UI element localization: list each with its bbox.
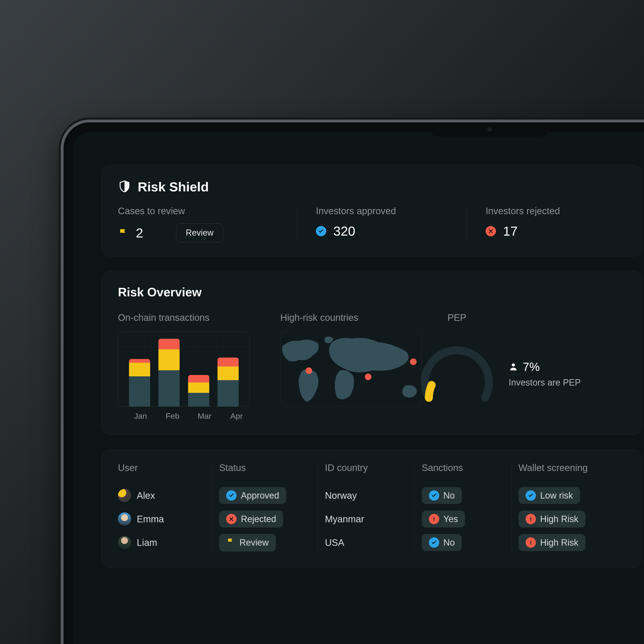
sanctions-cell: No	[422, 531, 511, 554]
check-circle-icon	[316, 226, 326, 236]
avatar	[118, 489, 131, 502]
sanctions-cell: Yes	[422, 507, 511, 531]
bar-apr	[217, 358, 239, 407]
status-cell: Review	[219, 531, 318, 554]
sanctions-text: No	[443, 538, 455, 548]
rejected-label: Investors rejected	[486, 206, 560, 216]
laptop-notch	[431, 122, 548, 137]
rejected-count: 17	[503, 223, 518, 239]
svg-point-0	[512, 363, 515, 366]
wallet-cell: High Risk	[519, 507, 626, 531]
bar-jan	[129, 359, 150, 407]
flag-icon	[118, 227, 129, 238]
avatar	[118, 512, 131, 526]
approved-label: Investors approved	[316, 206, 448, 216]
bar-label: Jan	[130, 411, 151, 421]
bar-feb	[158, 339, 180, 407]
warning-circle-icon	[526, 537, 536, 548]
user-cell[interactable]: Liam	[118, 531, 212, 554]
risk-shield-title: Risk Shield	[138, 179, 209, 194]
onchain-transactions-panel: On-chain transactions JanFebMarApr	[118, 312, 259, 421]
laptop-screen: Risk Shield Cases to review 2 Review	[73, 132, 644, 644]
wallet-badge[interactable]: High Risk	[519, 534, 586, 551]
risk-overview-title: Risk Overview	[118, 285, 626, 299]
svg-point-1	[434, 520, 435, 521]
check-circle-icon	[226, 490, 237, 501]
review-button[interactable]: Review	[176, 223, 223, 242]
map-risk-dot	[365, 374, 371, 380]
sanctions-badge[interactable]: Yes	[422, 511, 465, 527]
th-country: ID country	[325, 463, 414, 475]
col-user: User AlexEmmaLiam	[118, 463, 212, 554]
shield-icon	[118, 180, 131, 194]
status-text: Rejected	[241, 514, 276, 524]
approved-count: 320	[333, 223, 355, 239]
avatar	[118, 536, 131, 549]
user-name: Liam	[137, 537, 157, 548]
wallet-badge[interactable]: High Risk	[519, 511, 586, 527]
th-user: User	[118, 463, 212, 475]
bar-label: Feb	[162, 411, 183, 421]
pep-gauge	[417, 334, 497, 414]
pep-panel: PEP	[447, 312, 617, 421]
svg-point-3	[530, 544, 531, 545]
country-cell: Norway	[325, 484, 414, 507]
wallet-cell: Low risk	[519, 484, 626, 507]
wallet-text: High Risk	[540, 514, 579, 524]
bar-mar	[188, 375, 209, 407]
country-cell: Myanmar	[325, 507, 414, 531]
sanctions-text: Yes	[443, 514, 458, 524]
x-circle-icon	[486, 226, 496, 236]
flag-icon	[226, 537, 235, 548]
sanctions-cell: No	[422, 484, 511, 507]
person-icon	[509, 362, 518, 372]
high-risk-countries-panel: High-risk countries	[280, 312, 426, 421]
user-cell[interactable]: Alex	[118, 484, 212, 507]
warning-circle-icon	[429, 514, 439, 524]
sanctions-badge[interactable]: No	[422, 534, 462, 551]
check-circle-icon	[526, 490, 536, 501]
warning-circle-icon	[526, 514, 536, 524]
user-cell[interactable]: Emma	[118, 507, 212, 531]
camera-dot	[487, 127, 492, 132]
wallet-text: Low risk	[540, 491, 573, 501]
status-text: Approved	[241, 491, 279, 501]
check-circle-icon	[429, 537, 439, 548]
user-name: Alex	[137, 490, 155, 501]
wallet-text: High Risk	[540, 538, 579, 548]
onchain-label: On-chain transactions	[118, 312, 259, 323]
investors-rejected-block: Investors rejected 17	[467, 206, 579, 242]
cases-count: 2	[136, 225, 143, 241]
status-badge[interactable]: Review	[219, 534, 276, 551]
wallet-cell: High Risk	[519, 531, 626, 554]
sanctions-text: No	[443, 491, 455, 501]
th-status: Status	[219, 463, 318, 475]
status-cell: Rejected	[219, 507, 318, 531]
col-status: Status ApprovedRejectedReview	[219, 463, 318, 554]
bar-label: Apr	[226, 411, 247, 421]
svg-point-2	[530, 520, 531, 521]
country-cell: USA	[325, 531, 414, 554]
th-sanctions: Sanctions	[422, 463, 511, 475]
cases-to-review-block: Cases to review 2 Review	[118, 206, 297, 242]
countries-label: High-risk countries	[280, 312, 426, 323]
cases-label: Cases to review	[118, 206, 278, 216]
status-badge[interactable]: Approved	[219, 487, 286, 504]
col-sanctions: Sanctions NoYesNo	[422, 463, 511, 554]
status-badge[interactable]: Rejected	[219, 511, 283, 527]
status-cell: Approved	[219, 484, 318, 507]
investors-table-card: User AlexEmmaLiam Status ApprovedRejecte…	[101, 449, 643, 568]
bar-label: Mar	[194, 411, 215, 421]
status-text: Review	[239, 538, 269, 548]
map-risk-dot	[410, 358, 417, 365]
risk-overview-card: Risk Overview On-chain transactions JanF…	[101, 271, 643, 435]
world-map	[280, 331, 422, 407]
wallet-badge[interactable]: Low risk	[519, 487, 580, 504]
col-country: ID country NorwayMyanmarUSA	[325, 463, 414, 554]
risk-shield-card: Risk Shield Cases to review 2 Review	[101, 165, 643, 257]
investors-approved-block: Investors approved 320	[297, 206, 467, 242]
pep-subtitle: Investors are PEP	[509, 378, 581, 388]
th-wallet: Wallet screening	[519, 463, 626, 475]
sanctions-badge[interactable]: No	[422, 487, 462, 504]
check-circle-icon	[429, 490, 439, 501]
